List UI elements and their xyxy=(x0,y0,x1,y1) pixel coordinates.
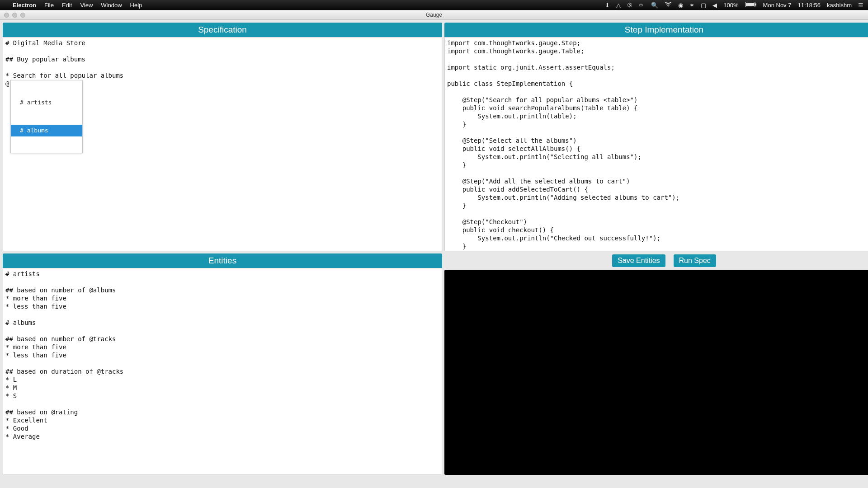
menubar-right: ⬇︎ △ ⑤ ᯣ 🔍 ◉ ✶ ▢ ◀ 100% Mon Nov 7 11:18:… xyxy=(605,2,863,9)
menubar-edit[interactable]: Edit xyxy=(62,2,72,9)
battery-percent[interactable]: 100% xyxy=(723,2,738,9)
window-titlebar: Gauge xyxy=(0,10,868,20)
menubar-window[interactable]: Window xyxy=(101,2,122,9)
implementation-header: Step Implementation xyxy=(444,23,868,37)
menubar-user[interactable]: kashishm xyxy=(827,2,852,9)
spotlight-icon[interactable]: 🔍 xyxy=(651,2,658,9)
entities-panel: Entities # artists ## based on number of… xyxy=(3,253,442,475)
console-panel: Save Entities Run Spec xyxy=(444,253,868,475)
globe-icon[interactable]: ◉ xyxy=(678,2,683,9)
entities-editor[interactable]: # artists ## based on number of @albums … xyxy=(3,268,442,475)
app-grid: Specification # Digital Media Store ## B… xyxy=(0,20,868,488)
wifi-icon[interactable] xyxy=(665,2,672,9)
menubar-app-name[interactable]: Electron xyxy=(13,2,36,9)
specification-panel: Specification # Digital Media Store ## B… xyxy=(3,23,442,251)
dropbox-icon[interactable]: ⬇︎ xyxy=(605,2,610,9)
menubar-view[interactable]: View xyxy=(80,2,93,9)
specification-header: Specification xyxy=(3,23,442,37)
maximize-window-button[interactable] xyxy=(20,13,25,18)
svg-rect-1 xyxy=(746,3,755,6)
save-entities-button[interactable]: Save Entities xyxy=(612,254,665,267)
airplay-icon[interactable]: ▢ xyxy=(701,2,706,9)
autocomplete-item-albums[interactable]: # albums xyxy=(11,125,82,136)
volume-icon[interactable]: ◀ xyxy=(712,2,717,9)
entities-header: Entities xyxy=(3,253,442,268)
console-output[interactable] xyxy=(444,270,868,475)
macos-menubar: Electron File Edit View Window Help ⬇︎ △… xyxy=(0,0,868,10)
menubar-date[interactable]: Mon Nov 7 xyxy=(763,2,792,9)
implementation-editor[interactable]: import com.thoughtworks.gauge.Step; impo… xyxy=(444,37,868,251)
specification-editor[interactable]: # Digital Media Store ## Buy popular alb… xyxy=(3,37,442,251)
menubar-file[interactable]: File xyxy=(44,2,54,9)
shield-icon[interactable]: ⑤ xyxy=(627,2,632,9)
battery-icon[interactable] xyxy=(745,2,757,9)
implementation-panel: Step Implementation import com.thoughtwo… xyxy=(444,23,868,251)
autocomplete-item-artists[interactable]: # artists xyxy=(11,97,82,108)
glasses-icon[interactable]: ᯣ xyxy=(639,2,645,9)
bluetooth-icon[interactable]: ✶ xyxy=(689,2,694,9)
implementation-text: import com.thoughtworks.gauge.Step; impo… xyxy=(447,39,679,250)
run-spec-button[interactable]: Run Spec xyxy=(674,254,716,267)
menubar-time[interactable]: 11:18:56 xyxy=(797,2,821,9)
window-title: Gauge xyxy=(426,12,442,18)
button-row: Save Entities Run Spec xyxy=(444,253,868,270)
svg-rect-2 xyxy=(755,3,756,5)
traffic-lights xyxy=(0,13,25,18)
close-window-button[interactable] xyxy=(4,13,9,18)
minimize-window-button[interactable] xyxy=(12,13,17,18)
triangle-icon[interactable]: △ xyxy=(616,2,621,9)
entities-text: # artists ## based on number of @albums … xyxy=(5,270,123,440)
menubar-help[interactable]: Help xyxy=(130,2,142,9)
menu-icon[interactable]: ☰ xyxy=(858,2,863,9)
menubar-left: Electron File Edit View Window Help xyxy=(5,2,142,9)
autocomplete-popup[interactable]: # artists # albums xyxy=(10,80,83,153)
